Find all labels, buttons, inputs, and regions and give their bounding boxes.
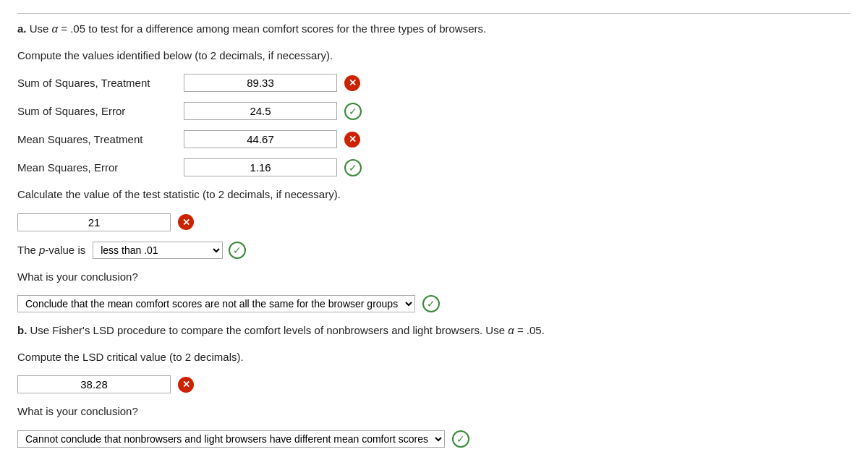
mean-squares-error-input[interactable]: [184, 158, 337, 176]
conclusion1-row: Conclude that the mean comfort scores ar…: [17, 295, 851, 312]
sum-squares-treatment-row: Sum of Squares, Treatment ✕: [17, 74, 851, 92]
sum-squares-error-input[interactable]: [184, 102, 337, 120]
conclusion1-check-icon: ✓: [422, 295, 440, 312]
conclusion1-question: What is your conclusion?: [17, 269, 851, 286]
lsd-row: ✕: [17, 375, 851, 393]
sum-squares-treatment-label: Sum of Squares, Treatment: [17, 77, 176, 89]
conclusion2-row: Cannot conclude that nonbrowsers and lig…: [17, 430, 851, 448]
pvalue-dropdown-wrap: less than .01 .01 to .05 .05 to .10 grea…: [93, 242, 246, 259]
sum-squares-error-check-icon: ✓: [344, 103, 362, 120]
sum-squares-error-row: Sum of Squares, Error ✓: [17, 102, 851, 120]
conclusion1-select[interactable]: Conclude that the mean comfort scores ar…: [17, 295, 415, 312]
mean-squares-treatment-input[interactable]: [184, 130, 337, 148]
sum-squares-treatment-input[interactable]: [184, 74, 337, 92]
lsd-instruction: Compute the LSD critical value (to 2 dec…: [17, 349, 851, 366]
part-a-intro: a. Use α = .05 to test for a difference …: [17, 13, 851, 38]
sum-squares-treatment-error-icon: ✕: [344, 75, 360, 91]
conclusion2-question: What is your conclusion?: [17, 404, 851, 420]
pvalue-row: The p-value is less than .01 .01 to .05 …: [17, 242, 851, 259]
mean-squares-treatment-error-icon: ✕: [344, 132, 360, 148]
pvalue-prefix: The p-value is: [17, 244, 85, 256]
test-statistic-row: ✕: [17, 213, 851, 231]
mean-squares-error-check-icon: ✓: [344, 159, 362, 176]
mean-squares-treatment-row: Mean Squares, Treatment ✕: [17, 130, 851, 148]
conclusion2-check-icon: ✓: [452, 430, 469, 448]
instruction1: Compute the values identified below (to …: [17, 48, 851, 64]
mean-squares-error-row: Mean Squares, Error ✓: [17, 158, 851, 176]
pvalue-check-icon: ✓: [229, 242, 246, 259]
part-b-intro: b. Use Fisher's LSD procedure to compare…: [17, 323, 851, 339]
lsd-input[interactable]: [17, 375, 171, 393]
lsd-error-icon: ✕: [178, 377, 194, 393]
conclusion2-select[interactable]: Cannot conclude that nonbrowsers and lig…: [17, 430, 445, 448]
mean-squares-error-label: Mean Squares, Error: [17, 161, 176, 174]
test-statistic-error-icon: ✕: [178, 214, 194, 230]
mean-squares-treatment-label: Mean Squares, Treatment: [17, 133, 176, 145]
test-statistic-input[interactable]: [17, 213, 171, 231]
test-statistic-instruction: Calculate the value of the test statisti…: [17, 187, 851, 203]
pvalue-select[interactable]: less than .01 .01 to .05 .05 to .10 grea…: [93, 242, 223, 259]
sum-squares-error-label: Sum of Squares, Error: [17, 105, 176, 117]
